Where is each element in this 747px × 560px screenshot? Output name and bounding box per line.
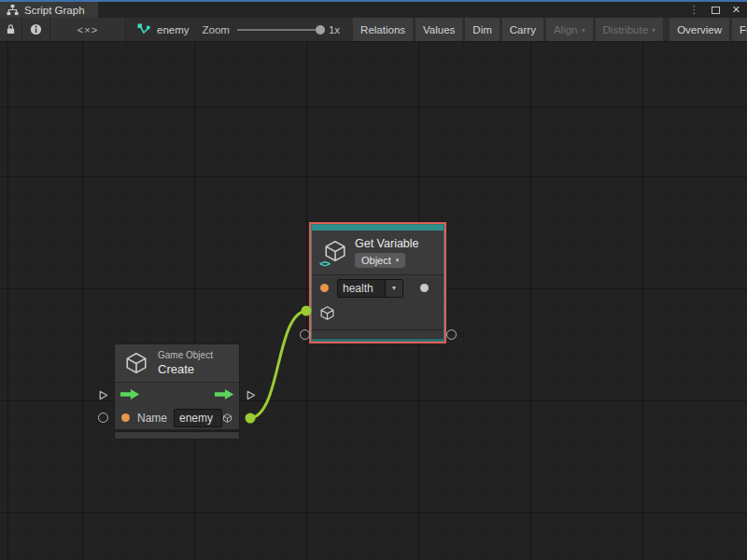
lock-icon [6,23,16,35]
node-footer [114,431,240,440]
control-input-port[interactable] [97,389,109,401]
toolbar-icon-group: <×> [0,18,126,41]
node-get-variable[interactable]: <> Get Variable Object ▾ ▼ [309,222,446,343]
chevron-down-icon: ▾ [652,26,655,35]
name-value-port-dot[interactable] [121,413,130,422]
control-output-arrow-icon[interactable] [214,388,234,400]
object-input-row [312,301,444,325]
variable-name-row: ▼ [312,275,444,301]
variable-cube-icon: <> [319,239,347,267]
code-brackets-icon: <×> [78,24,98,35]
tab-script-graph[interactable]: Script Graph [0,2,98,18]
dim-button[interactable]: Dim [465,18,499,41]
variable-name-combo[interactable]: ▼ [337,279,403,298]
code-preview-button[interactable]: <×> [50,18,126,41]
distribute-dropdown-button: Distribute▾ [596,18,664,41]
connection-start-dot[interactable] [246,413,256,424]
relations-button[interactable]: Relations [353,18,413,41]
graph-toolbar: <×> enemy Zoom 1x Relations Values Dim C… [0,18,747,42]
info-button[interactable] [22,18,50,41]
object-input-cube-icon[interactable] [319,305,335,321]
name-input[interactable] [174,409,222,427]
node-title: Create [158,362,213,376]
maximize-icon[interactable] [712,7,720,14]
node-footer [312,329,444,339]
node-title: Get Variable [355,237,419,250]
control-flow-row [115,383,239,406]
zoom-value: 1x [329,24,340,35]
connection-wire[interactable] [250,311,306,418]
zoom-slider[interactable] [237,29,321,31]
variable-name-input[interactable] [338,280,385,297]
name-label: Name [137,412,167,425]
variable-name-input-port[interactable] [300,329,310,340]
info-icon [30,23,42,35]
kebab-menu-icon[interactable]: ⋮ [689,5,699,15]
graph-hierarchy-icon [7,4,19,16]
value-output-port-dot[interactable] [420,284,429,292]
zoom-slider-thumb[interactable] [316,25,325,35]
variable-brackets-glyph: <> [318,259,331,269]
node-category: Game Object [158,350,213,360]
control-output-port[interactable] [245,389,257,401]
breadcrumb[interactable]: enemy [126,18,203,41]
variable-name-dropdown-button[interactable]: ▼ [385,280,402,297]
variable-scope-dropdown[interactable]: Object ▾ [355,253,405,268]
graph-canvas[interactable]: Game Object Create Name [0,42,747,560]
close-icon[interactable]: ✕ [732,5,740,15]
get-variable-header[interactable]: <> Get Variable Object ▾ [312,231,444,274]
toolbar-buttons: Relations Values Dim Carry Align▾ Distri… [353,18,747,41]
script-graph-window: Script Graph ⋮ ✕ [0,0,747,560]
game-object-output-icon[interactable] [222,411,233,426]
chevron-down-icon: ▼ [391,285,398,291]
graph-breadcrumb-icon [137,23,150,35]
name-input-port[interactable] [98,413,108,423]
full-screen-button[interactable]: Full Screen [732,18,747,41]
tab-title: Script Graph [24,5,85,16]
graph-name: enemy [157,24,190,35]
name-value-row: Name [115,406,239,429]
carry-button[interactable]: Carry [502,18,543,41]
game-object-cube-icon [124,351,148,375]
chevron-down-icon: ▾ [582,26,585,35]
node-bottom-accent [312,339,444,341]
create-node-header[interactable]: Game Object Create [115,344,239,382]
variable-name-port-dot[interactable] [320,284,329,292]
control-input-arrow-icon[interactable] [120,388,140,400]
zoom-control: Zoom 1x [203,18,350,41]
align-dropdown-button: Align▾ [546,18,593,41]
tab-bar: Script Graph ⋮ ✕ [0,2,747,18]
window-controls: ⋮ ✕ [689,2,740,18]
lock-button[interactable] [0,18,22,41]
chevron-down-icon: ▾ [396,257,400,264]
overview-button[interactable]: Overview [669,18,729,41]
values-button[interactable]: Values [416,18,462,41]
zoom-label: Zoom [203,24,230,35]
node-create-game-object[interactable]: Game Object Create Name [114,343,240,440]
value-output-port[interactable] [446,329,457,340]
